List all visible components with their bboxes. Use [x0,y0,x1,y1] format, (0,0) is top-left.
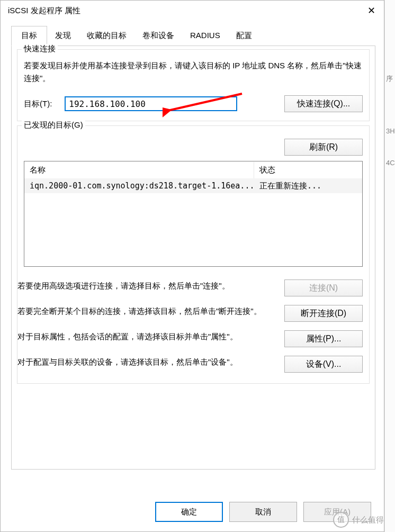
disconnect-row: 若要完全断开某个目标的连接，请选择该目标，然后单击"断开连接"。 断开连接(D) [17,302,369,327]
window-title: iSCSI 发起程序 属性 [8,6,80,16]
connect-help: 若要使用高级选项进行连接，请选择目标，然后单击"连接"。 [17,279,230,292]
properties-button[interactable]: 属性(P)... [284,330,363,347]
col-status[interactable]: 状态 [254,162,362,178]
dialog-buttons: 确定 取消 应用(A) [155,502,371,522]
devices-help: 对于配置与目标关联的设备，请选择该目标，然后单击"设备"。 [17,356,238,368]
discovered-group: 已发现的目标(G) 刷新(R) 名称 状态 iqn.2000-01.com.sy… [17,125,370,384]
target-input[interactable] [65,96,237,111]
disconnect-help: 若要完全断开某个目标的连接，请选择该目标，然后单击"断开连接"。 [17,305,262,318]
titlebar: iSCSI 发起程序 属性 ✕ [1,1,384,21]
quick-connect-title: 快速连接 [22,44,58,54]
tab-favorites[interactable]: 收藏的目标 [79,26,134,46]
side-text: 序 [386,74,393,84]
dialog-content: 目标 发现 收藏的目标 卷和设备 RADIUS 配置 快速连接 若要发现目标并使… [1,21,384,470]
side-text: 4C [386,159,395,167]
discovered-title: 已发现的目标(G) [22,120,85,130]
close-icon: ✕ [367,5,375,16]
tab-targets[interactable]: 目标 [11,26,47,46]
dialog-window: iSCSI 发起程序 属性 ✕ 目标 发现 收藏的目标 卷和设备 RADIUS … [0,0,384,532]
tab-panel-targets: 快速连接 若要发现目标并使用基本连接登录到目标，请键入该目标的 IP 地址或 D… [11,46,375,470]
connect-row: 若要使用高级选项进行连接，请选择目标，然后单击"连接"。 连接(N) [17,276,369,302]
target-label: 目标(T): [24,99,52,109]
quick-connect-group: 快速连接 若要发现目标并使用基本连接登录到目标，请键入该目标的 IP 地址或 D… [17,49,370,121]
devices-button[interactable]: 设备(V)... [284,356,363,373]
cell-status: 正在重新连接... [254,179,362,193]
properties-row: 对于目标属性，包括会话的配置，请选择该目标并单击"属性"。 属性(P)... [17,327,369,353]
refresh-button[interactable]: 刷新(R) [284,139,363,156]
cancel-button[interactable]: 取消 [229,502,297,522]
cell-name: iqn.2000-01.com.synology:ds218.target-1.… [24,179,254,193]
table-row[interactable]: iqn.2000-01.com.synology:ds218.target-1.… [24,178,362,193]
connect-button[interactable]: 连接(N) [284,279,363,296]
tab-radius[interactable]: RADIUS [182,26,228,46]
tab-discovery[interactable]: 发现 [47,26,79,46]
tab-volumes[interactable]: 卷和设备 [134,26,182,46]
col-name[interactable]: 名称 [24,162,254,178]
disconnect-button[interactable]: 断开连接(D) [284,305,363,322]
properties-help: 对于目标属性，包括会话的配置，请选择该目标并单击"属性"。 [17,330,238,343]
apply-button[interactable]: 应用(A) [303,502,371,522]
close-button[interactable]: ✕ [358,1,384,21]
devices-row: 对于配置与目标关联的设备，请选择该目标，然后单击"设备"。 设备(V)... [17,353,369,378]
quick-connect-help: 若要发现目标并使用基本连接登录到目标，请键入该目标的 IP 地址或 DNS 名称… [24,59,363,85]
side-fragments: 序 3H 4C [384,0,395,532]
tab-config[interactable]: 配置 [228,26,260,46]
tab-bar: 目标 发现 收藏的目标 卷和设备 RADIUS 配置 [11,26,375,46]
targets-table[interactable]: 名称 状态 iqn.2000-01.com.synology:ds218.tar… [24,161,363,267]
table-header: 名称 状态 [24,161,362,178]
side-text: 3H [386,127,395,135]
ok-button[interactable]: 确定 [155,502,223,522]
target-row: 目标(T): 快速连接(Q)... [24,95,363,112]
refresh-row: 刷新(R) [17,136,369,159]
quick-connect-button[interactable]: 快速连接(Q)... [284,95,363,112]
